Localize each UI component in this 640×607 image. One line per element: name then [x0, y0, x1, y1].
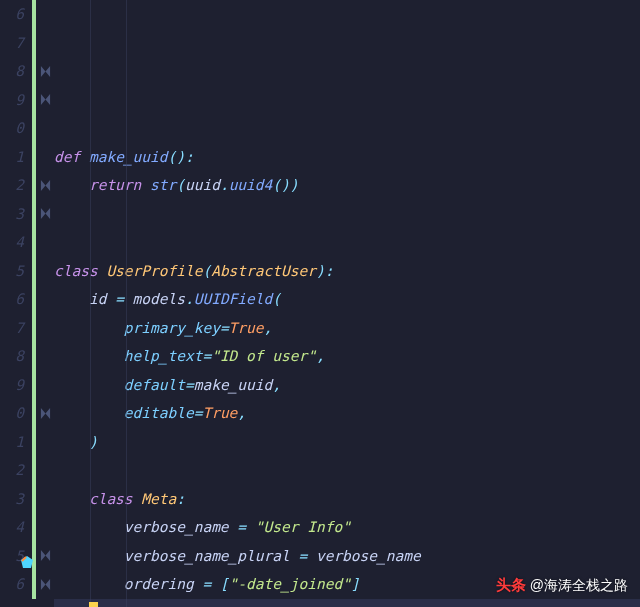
fold-toggle-icon[interactable]	[36, 542, 54, 571]
breakpoint-marker-icon[interactable]	[20, 555, 34, 569]
fold-toggle-icon[interactable]	[36, 171, 54, 200]
watermark: 头条 @海涛全栈之路	[496, 571, 628, 600]
fold-toggle-icon[interactable]	[36, 570, 54, 599]
fold-gutter	[36, 0, 54, 607]
fold-toggle-icon[interactable]	[36, 399, 54, 428]
fold-toggle-icon[interactable]	[36, 57, 54, 86]
code-area[interactable]: def make_uuid(): return str(uuid.uuid4()…	[54, 0, 640, 607]
line-number-gutter: 6 7 8 9 0 1 2 3 4 5 6 7 8 9 0 1 2 3 4 5 …	[0, 0, 32, 607]
fold-toggle-icon[interactable]	[36, 200, 54, 229]
fold-toggle-icon[interactable]	[36, 86, 54, 115]
toutiao-logo-icon: 头条	[496, 571, 526, 600]
code-editor[interactable]: 6 7 8 9 0 1 2 3 4 5 6 7 8 9 0 1 2 3 4 5 …	[0, 0, 640, 607]
text-cursor	[89, 602, 98, 607]
